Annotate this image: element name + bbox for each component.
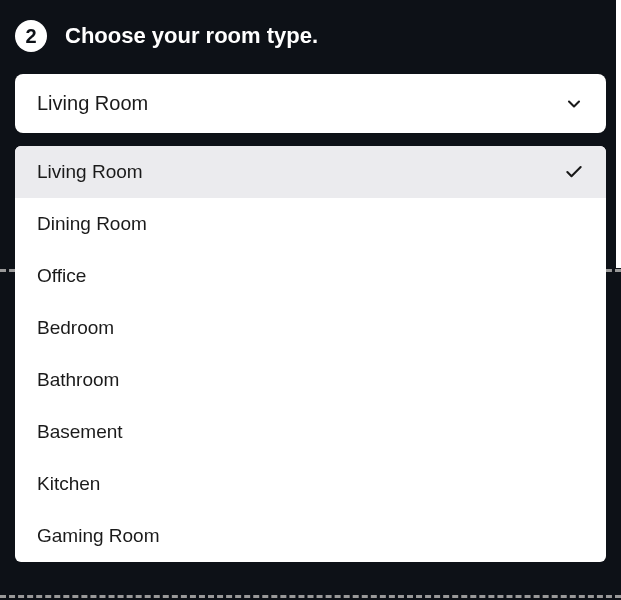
dropdown-option[interactable]: Office <box>15 250 606 302</box>
room-type-dropdown: Living RoomDining RoomOfficeBedroomBathr… <box>15 146 606 562</box>
divider <box>0 595 621 598</box>
step-number: 2 <box>25 25 36 48</box>
dropdown-option-label: Bathroom <box>37 369 119 391</box>
dropdown-option[interactable]: Bedroom <box>15 302 606 354</box>
step-title: Choose your room type. <box>65 23 318 49</box>
dropdown-option-label: Bedroom <box>37 317 114 339</box>
dropdown-option-label: Office <box>37 265 86 287</box>
step-header: 2 Choose your room type. <box>15 20 606 52</box>
dropdown-option-label: Dining Room <box>37 213 147 235</box>
dropdown-option[interactable]: Bathroom <box>15 354 606 406</box>
check-icon <box>564 162 584 182</box>
chevron-down-icon <box>564 94 584 114</box>
room-type-select[interactable]: Living Room <box>15 74 606 133</box>
dropdown-option-label: Living Room <box>37 161 143 183</box>
dropdown-option[interactable]: Kitchen <box>15 458 606 510</box>
dropdown-option-label: Kitchen <box>37 473 100 495</box>
dropdown-option[interactable]: Gaming Room <box>15 510 606 562</box>
dropdown-option-label: Basement <box>37 421 123 443</box>
form-step-container: 2 Choose your room type. Living Room Liv… <box>0 0 621 582</box>
dropdown-option-label: Gaming Room <box>37 525 160 547</box>
select-value-label: Living Room <box>37 92 148 115</box>
dropdown-option[interactable]: Basement <box>15 406 606 458</box>
dropdown-option[interactable]: Living Room <box>15 146 606 198</box>
dropdown-option[interactable]: Dining Room <box>15 198 606 250</box>
step-number-badge: 2 <box>15 20 47 52</box>
